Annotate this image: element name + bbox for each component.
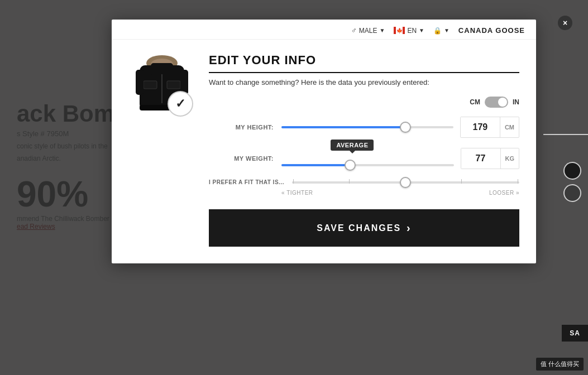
average-tooltip: AVERAGE [331,140,374,151]
fit-row: I PREFER A FIT THAT IS... [209,179,519,185]
weight-label: MY WEIGHT: [209,155,281,162]
lock-selector[interactable]: 🔒 ▼ [433,27,450,35]
fit-tick [349,179,350,184]
unit-in-label: IN [513,98,519,106]
unit-cm-label: CM [470,98,480,106]
weight-unit-label: KG [500,148,519,169]
svg-rect-6 [151,63,173,75]
svg-rect-9 [167,81,180,89]
unit-toggle[interactable]: CM IN [209,97,519,108]
fit-slider-track[interactable] [292,181,519,184]
save-changes-label: SAVE CHANGES [317,223,401,233]
weight-slider-container: AVERAGE [281,151,454,166]
lock-chevron-icon: ▼ [444,27,450,33]
height-input[interactable] [461,117,500,137]
svg-rect-10 [136,70,144,95]
height-label: MY HEIGHT: [209,124,281,131]
gender-icon: ♂ [351,26,357,35]
gender-label: MALE [359,27,377,35]
sa-button[interactable]: SA [562,325,588,342]
fit-label: I PREFER A FIT THAT IS... [209,179,292,185]
save-chevron-icon: › [407,222,412,234]
modal-body: ✓ EDIT YOUR INFO Want to change somethin… [112,40,536,263]
save-changes-button[interactable]: SAVE CHANGES › [209,209,519,247]
weight-slider-fill [281,164,350,166]
form-section: EDIT YOUR INFO Want to change something?… [209,53,519,247]
fit-slider-thumb[interactable] [400,177,411,188]
weight-slider-track[interactable] [281,164,454,166]
language-chevron-icon: ▼ [419,27,424,33]
language-label: EN [407,27,417,35]
svg-text:🍁: 🍁 [396,27,403,34]
unit-toggle-switch[interactable] [485,97,508,108]
right-divider [543,134,588,135]
fit-tick [293,179,294,184]
height-row: MY HEIGHT: CM [209,117,519,138]
height-input-group: CM [460,117,519,138]
fit-looser-label: LOOSER » [489,190,519,196]
jacket-section: ✓ [128,53,195,247]
height-unit-label: CM [500,117,519,137]
weight-input-group: KG [461,148,520,169]
gender-selector[interactable]: ♂ MALE ▼ [351,26,385,35]
gender-chevron-icon: ▼ [379,27,385,33]
flag-canada-icon: 🍁 [394,27,405,34]
checkmark-circle: ✓ [168,91,193,117]
height-slider-track[interactable] [281,126,453,128]
lock-icon: 🔒 [433,27,442,35]
swatch-dark[interactable] [563,184,581,202]
form-title: EDIT YOUR INFO [209,53,519,73]
brand-logo: CANADA GOOSE [458,26,525,35]
fit-tick [461,179,462,184]
height-slider-container [281,126,453,128]
watermark: 值 什么值得买 [536,358,584,371]
fit-labels: « TIGHTER LOOSER » [209,190,519,196]
fit-tick [518,179,518,184]
form-description: Want to change something? Here is the da… [209,78,519,88]
language-selector[interactable]: 🍁 EN ▼ [394,27,424,35]
fit-slider-container [292,181,519,184]
svg-rect-8 [144,81,157,89]
close-button[interactable]: × [558,16,572,30]
jacket-image: ✓ [131,53,193,120]
height-slider-fill [281,126,405,128]
fit-tighter-label: « TIGHTER [281,190,313,196]
modal-header-bar: ♂ MALE ▼ 🍁 EN ▼ 🔒 ▼ CANADA GOOSE [112,20,536,40]
weight-slider-thumb[interactable] [345,160,356,171]
swatch-black[interactable] [563,162,581,180]
product-swatches [563,162,581,202]
height-slider-thumb[interactable] [400,122,411,133]
weight-row: MY WEIGHT: AVERAGE KG [209,148,519,169]
edit-info-modal: ♂ MALE ▼ 🍁 EN ▼ 🔒 ▼ CANADA GOOSE [112,20,536,263]
weight-input[interactable] [461,148,500,169]
